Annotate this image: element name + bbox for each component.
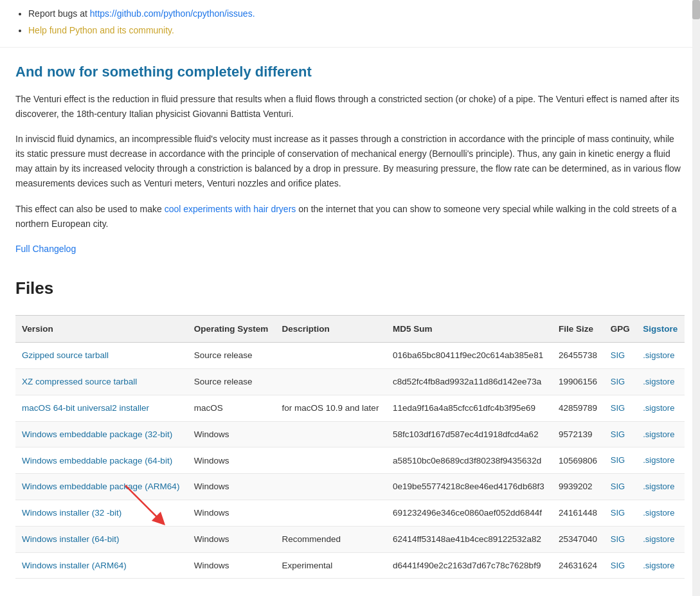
cell-md5: 0e19be55774218c8ee46ed4176db68f3 — [386, 474, 552, 500]
cell-gpg: SIG — [604, 369, 636, 395]
changelog-link[interactable]: Full Changelog — [15, 242, 685, 256]
version-link[interactable]: Windows embeddable package (32-bit) — [22, 429, 172, 439]
version-link[interactable]: XZ compressed source tarball — [22, 377, 137, 386]
gpg-link[interactable]: SIG — [611, 429, 625, 439]
cell-description — [276, 474, 386, 500]
gpg-link[interactable]: SIG — [611, 482, 625, 491]
cell-description: for macOS 10.9 and later — [276, 395, 386, 421]
report-bugs-link[interactable]: https://github.com/python/cpython/issues… — [90, 8, 255, 19]
cell-description — [276, 447, 386, 474]
main-content: And now for something completely differe… — [0, 48, 700, 592]
report-bugs-item: Report bugs at https://github.com/python… — [28, 6, 685, 21]
cell-gpg: SIG — [604, 395, 636, 421]
hair-dryers-link[interactable]: cool experiments with hair dryers — [165, 204, 296, 214]
sigstore-link[interactable]: .sigstore — [643, 534, 674, 544]
files-heading: Files — [15, 275, 685, 302]
cell-md5: 62414ff53148ae41b4cec89122532a82 — [386, 526, 552, 552]
version-link[interactable]: Windows installer (64-bit) — [22, 534, 120, 544]
cell-os: Windows — [188, 500, 276, 527]
cell-os: Windows — [188, 421, 276, 447]
col-header-os: Operating System — [188, 315, 276, 343]
cell-sigstore: .sigstore — [636, 421, 685, 447]
cell-filesize: 26455738 — [552, 343, 604, 369]
table-header-row: Version Operating System Description MD5… — [15, 315, 685, 343]
version-link[interactable]: Gzipped source tarball — [22, 350, 109, 360]
gpg-link[interactable]: SIG — [611, 561, 625, 570]
cell-filesize: 10569806 — [552, 447, 604, 474]
cell-sigstore: .sigstore — [636, 500, 685, 527]
report-bugs-text: Report bugs at — [28, 8, 90, 19]
watermark: @稀土掘金技术社区 CSDN @MuGuiLin — [0, 591, 700, 596]
gpg-link[interactable]: SIG — [611, 377, 625, 386]
table-row: Windows embeddable package (ARM64)Window… — [15, 474, 685, 500]
cell-filesize: 24161448 — [552, 500, 604, 527]
sigstore-link[interactable]: .sigstore — [643, 508, 674, 518]
sigstore-link[interactable]: .sigstore — [643, 561, 674, 570]
col-header-gpg: GPG — [604, 315, 636, 343]
cell-os: Windows — [188, 552, 276, 579]
cell-gpg: SIG — [604, 500, 636, 527]
cell-gpg: SIG — [604, 343, 636, 369]
version-link[interactable]: Windows embeddable package (ARM64) — [22, 482, 179, 491]
gpg-link[interactable]: SIG — [611, 534, 625, 544]
cell-sigstore: .sigstore — [636, 474, 685, 500]
cell-os: Windows — [188, 474, 276, 500]
cell-os: Source release — [188, 343, 276, 369]
cell-filesize: 9939202 — [552, 474, 604, 500]
cell-md5: 691232496e346ce0860aef052dd6844f — [386, 500, 552, 527]
table-row: Windows embeddable package (32-bit)Windo… — [15, 421, 685, 447]
version-link[interactable]: Windows installer (32 -bit) — [22, 508, 121, 518]
paragraph-3: This effect can also be used to make coo… — [15, 202, 685, 231]
table-row: XZ compressed source tarballSource relea… — [15, 369, 685, 395]
gpg-link[interactable]: SIG — [611, 350, 625, 360]
col-header-sigstore: Sigstore — [636, 315, 685, 343]
paragraph-1: The Venturi effect is the reduction in f… — [15, 92, 685, 122]
version-link[interactable]: Windows embeddable package (64-bit) — [22, 456, 172, 465]
cell-gpg: SIG — [604, 526, 636, 552]
cell-description — [276, 343, 386, 369]
cell-filesize: 24631624 — [552, 552, 604, 579]
sigstore-link[interactable]: .sigstore — [643, 350, 674, 360]
top-links-section: Report bugs at https://github.com/python… — [0, 0, 700, 48]
cell-gpg: SIG — [604, 421, 636, 447]
cell-version: Gzipped source tarball — [15, 343, 188, 369]
cell-filesize: 25347040 — [552, 526, 604, 552]
sigstore-link[interactable]: .sigstore — [643, 377, 674, 386]
sigstore-link[interactable]: .sigstore — [643, 455, 674, 465]
table-row: macOS 64-bit universal2 installermacOSfo… — [15, 395, 685, 421]
col-header-description: Description — [276, 315, 386, 343]
cell-filesize: 42859789 — [552, 395, 604, 421]
cell-os: Windows — [188, 447, 276, 474]
cell-version: Windows installer (64-bit) — [15, 526, 188, 552]
cell-sigstore: .sigstore — [636, 526, 685, 552]
sigstore-link[interactable]: .sigstore — [643, 403, 674, 413]
fund-python-link[interactable]: Help fund Python and its community. — [28, 25, 174, 35]
gpg-link[interactable]: SIG — [611, 403, 625, 413]
col-header-filesize: File Size — [552, 315, 604, 343]
cell-md5: a58510bc0e8689cd3f80238f9435632d — [386, 447, 552, 474]
cell-gpg: SIG — [604, 474, 636, 500]
cell-gpg: SIG — [604, 552, 636, 579]
version-link[interactable]: Windows installer (ARM64) — [22, 561, 127, 570]
gpg-link[interactable]: SIG — [611, 455, 625, 465]
cell-md5: 016ba65bc80411f9ec20c614ab385e81 — [386, 343, 552, 369]
cell-version: Windows installer (32 -bit) — [15, 500, 188, 527]
gpg-link[interactable]: SIG — [611, 508, 625, 518]
version-link[interactable]: macOS 64-bit universal2 installer — [22, 403, 149, 413]
cell-description: Experimental — [276, 552, 386, 579]
cell-version: XZ compressed source tarball — [15, 369, 188, 395]
fund-python-item: Help fund Python and its community. — [28, 23, 685, 37]
scrollbar[interactable] — [692, 0, 700, 596]
scrollbar-thumb[interactable] — [692, 0, 700, 19]
paragraph-2: In inviscid fluid dynamics, an incompres… — [15, 132, 685, 191]
cell-md5: d6441f490e2c2163d7d67c78c7628bf9 — [386, 552, 552, 579]
cell-os: macOS — [188, 395, 276, 421]
col-header-md5: MD5 Sum — [386, 315, 552, 343]
sigstore-link[interactable]: .sigstore — [643, 429, 674, 439]
cell-version: macOS 64-bit universal2 installer — [15, 395, 188, 421]
cell-version: Windows embeddable package (64-bit) — [15, 447, 188, 474]
col-header-version: Version — [15, 315, 188, 343]
cell-description — [276, 369, 386, 395]
sigstore-link[interactable]: .sigstore — [643, 482, 674, 491]
cell-filesize: 19906156 — [552, 369, 604, 395]
